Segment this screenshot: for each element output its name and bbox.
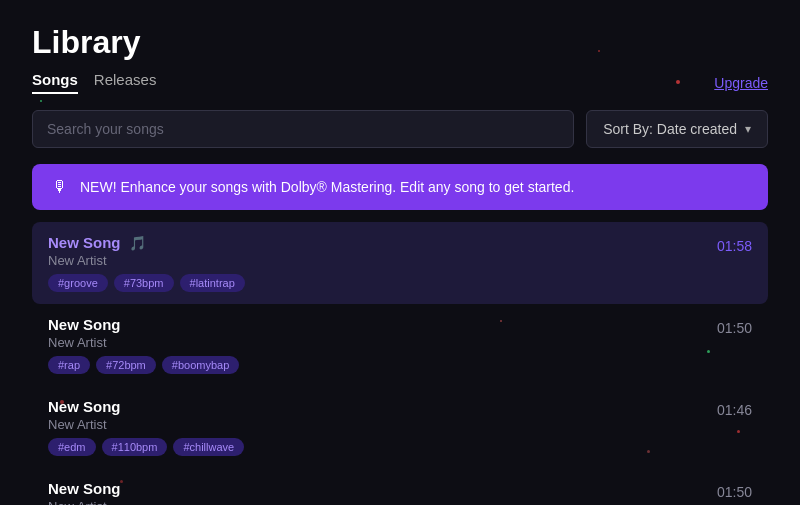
tag: #latintrap [180,274,245,292]
sort-label: Sort By: Date created [603,121,737,137]
song-artist: New Artist [48,335,717,350]
song-tags: #edm#110bpm#chillwave [48,438,717,456]
tab-songs[interactable]: Songs [32,71,78,94]
song-item[interactable]: New Song New Artist #rap#72bpm#boomybap … [32,304,768,386]
banner-icon: 🎙 [52,178,68,196]
tag: #boomybap [162,356,240,374]
song-tags: #rap#72bpm#boomybap [48,356,717,374]
chevron-down-icon: ▾ [745,122,751,136]
sort-button[interactable]: Sort By: Date created ▾ [586,110,768,148]
song-duration: 01:46 [717,398,752,418]
dolby-banner[interactable]: 🎙 NEW! Enhance your songs with Dolby® Ma… [32,164,768,210]
song-item[interactable]: New Song 🎵 New Artist #groove#73bpm#lati… [32,222,768,304]
tabs-container: Songs Releases [32,71,156,94]
tag: #chillwave [173,438,244,456]
song-playing-icon: 🎵 [129,235,146,251]
upgrade-link[interactable]: Upgrade [714,75,768,91]
tag: #110bpm [102,438,168,456]
song-tags: #groove#73bpm#latintrap [48,274,717,292]
song-artist: New Artist [48,417,717,432]
page-title: Library [32,24,768,61]
song-artist: New Artist [48,499,717,505]
song-title: New Song [48,398,121,415]
song-title: New Song [48,316,121,333]
banner-text: NEW! Enhance your songs with Dolby® Mast… [80,179,574,195]
tag: #72bpm [96,356,156,374]
song-title: New Song [48,234,121,251]
song-title: New Song [48,480,121,497]
song-duration: 01:50 [717,316,752,336]
song-item[interactable]: New Song New Artist #edm#110bpm#chillwav… [32,386,768,468]
song-duration: 01:58 [717,234,752,254]
song-duration: 01:50 [717,480,752,500]
search-sort-row: Sort By: Date created ▾ [32,110,768,148]
song-list: New Song 🎵 New Artist #groove#73bpm#lati… [32,222,768,505]
tag: #edm [48,438,96,456]
search-container [32,110,574,148]
tag: #rap [48,356,90,374]
tag: #groove [48,274,108,292]
song-artist: New Artist [48,253,717,268]
tabs-row: Songs Releases Upgrade [32,71,768,94]
song-item[interactable]: New Song New Artist #rap#98bpm#boomytrap… [32,468,768,505]
tag: #73bpm [114,274,174,292]
tab-releases[interactable]: Releases [94,71,157,94]
search-input[interactable] [32,110,574,148]
